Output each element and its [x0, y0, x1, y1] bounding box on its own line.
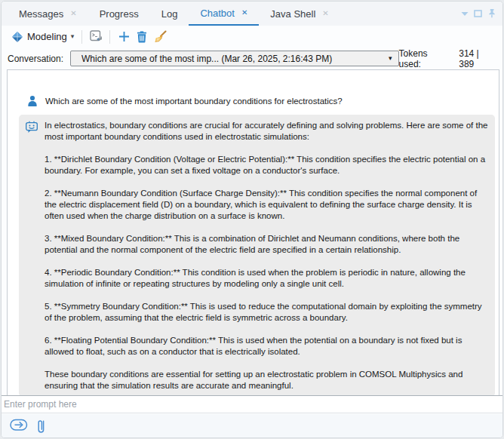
tab-log[interactable]: Log [150, 2, 189, 26]
user-message-text: Which are some of the most important bou… [45, 95, 343, 107]
tab-progress[interactable]: Progress [88, 2, 150, 26]
attach-file-paperclip-icon[interactable] [36, 419, 46, 434]
assistant-message-bubble: In electrostatics, boundary conditions a… [19, 115, 495, 395]
delete-conversation-button[interactable] [133, 29, 151, 45]
close-icon[interactable]: ✕ [241, 9, 247, 17]
assistant-paragraph: In electrostatics, boundary conditions a… [45, 120, 488, 143]
send-prompt-button[interactable] [10, 419, 28, 431]
window-controls [461, 8, 496, 18]
tokens-used: Tokens used: 314 | 389 [399, 48, 496, 69]
toolbar-separator [109, 30, 110, 44]
conversation-row: Conversation: Which are some of the most… [2, 48, 502, 69]
tab-label: Messages [19, 8, 63, 20]
tokens-used-value: 314 | 389 [459, 48, 496, 69]
chatbot-icon [25, 120, 38, 134]
conversation-label: Conversation: [8, 54, 63, 64]
assistant-paragraph: These boundary conditions are essential … [45, 369, 488, 391]
panel-menu-icon[interactable] [461, 11, 469, 17]
assistant-paragraph: 1. **Dirichlet Boundary Condition (Volta… [45, 154, 488, 177]
chatbot-toolbar: Modeling ▾ [2, 26, 502, 48]
conversation-select[interactable]: Which are some of the most imp... (Mar 2… [70, 51, 399, 66]
modeling-mode-button[interactable]: Modeling ▾ [8, 29, 77, 45]
tab-chatbot[interactable]: Chatbot ✕ [189, 2, 259, 26]
assistant-paragraph: 6. **Floating Potential Boundary Conditi… [45, 335, 488, 358]
toolbar-separator [81, 30, 82, 44]
prompt-footer [2, 414, 502, 437]
tab-label: Chatbot [200, 8, 235, 19]
prompt-bar [2, 395, 502, 413]
modeling-icon [11, 31, 23, 43]
tab-messages[interactable]: Messages ✕ [8, 2, 88, 26]
assistant-message-text: In electrostatics, boundary conditions a… [45, 120, 488, 391]
tab-bar: Messages ✕ Progress Log Chatbot ✕ Java S… [2, 2, 502, 26]
set-model-input-button[interactable] [87, 29, 105, 45]
assistant-paragraph: 4. **Periodic Boundary Condition:** This… [45, 267, 488, 290]
clear-conversation-broom-icon[interactable] [151, 29, 169, 45]
tab-label: Java Shell [270, 8, 315, 20]
assistant-paragraph: 2. **Neumann Boundary Condition (Surface… [45, 188, 488, 222]
new-conversation-button[interactable] [115, 29, 133, 45]
user-avatar-icon [27, 95, 38, 107]
tokens-used-label: Tokens used: [399, 48, 453, 69]
close-icon[interactable]: ✕ [322, 10, 328, 17]
close-icon[interactable]: ✕ [70, 10, 76, 17]
assistant-paragraph: 5. **Symmetry Boundary Condition:** This… [45, 301, 488, 324]
modeling-label: Modeling [27, 31, 67, 42]
assistant-paragraph: 3. **Mixed Boundary Condition:** This is… [45, 233, 488, 256]
user-message-row: Which are some of the most important bou… [27, 95, 493, 107]
chevron-down-icon: ▾ [389, 55, 392, 62]
chatbot-panel-window: Messages ✕ Progress Log Chatbot ✕ Java S… [1, 1, 503, 438]
chat-history-panel[interactable]: Which are some of the most important bou… [7, 69, 499, 395]
conversation-selected-value: Which are some of the most imp... (Mar 2… [81, 54, 332, 64]
chevron-down-icon: ▾ [71, 33, 75, 40]
tab-label: Progress [100, 8, 139, 20]
maximize-icon[interactable] [474, 10, 482, 17]
tab-label: Log [161, 8, 178, 20]
pin-icon[interactable] [487, 8, 496, 18]
tab-java-shell[interactable]: Java Shell ✕ [259, 2, 340, 26]
prompt-input[interactable] [2, 396, 502, 413]
